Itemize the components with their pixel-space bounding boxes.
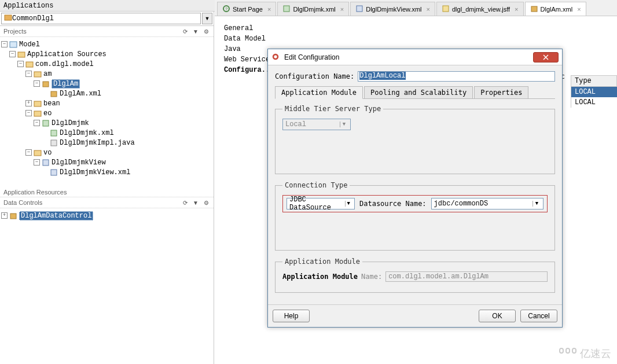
close-icon[interactable]: × <box>577 6 581 13</box>
svg-rect-13 <box>43 160 49 166</box>
help-button[interactable]: Help <box>273 310 310 322</box>
am-label: Application Module <box>282 273 358 281</box>
dialog-close-button[interactable] <box>533 52 559 62</box>
tree-node-model[interactable]: −Model <box>1 39 212 49</box>
tree-node-dlglam-xml[interactable]: DlglAm.xml <box>1 89 212 98</box>
types-row[interactable]: LOCAL <box>571 87 617 97</box>
gear-icon[interactable]: ⚙ <box>202 198 210 207</box>
chevron-down-icon[interactable]: ▼ <box>345 201 352 207</box>
filter-icon[interactable]: ▼ <box>192 198 200 207</box>
data-controls-tree: +DlglAmDataControl <box>0 208 214 223</box>
types-panel: Type LOCAL LOCAL <box>571 75 617 108</box>
am-icon <box>530 5 538 14</box>
filter-icon[interactable]: ▼ <box>192 27 200 35</box>
svg-point-23 <box>274 55 277 58</box>
gear-icon[interactable]: ⚙ <box>202 27 210 35</box>
tree-node-dlgldmjmkview-xml[interactable]: DlglDmjmkView.xml <box>1 167 212 177</box>
svg-rect-3 <box>26 62 33 67</box>
close-icon[interactable]: × <box>427 6 430 13</box>
tree-node-bean[interactable]: +bean <box>1 98 212 108</box>
middle-tier-fieldset: Middle Tier Server Type Local ▼ <box>275 105 555 174</box>
tab-dlgldmjmk-xml[interactable]: DlglDmjmk.xml × <box>277 2 349 16</box>
tree-node-vo[interactable]: −vo <box>1 148 212 157</box>
tab-properties[interactable]: Properties <box>474 86 528 98</box>
start-icon: ? <box>222 5 230 14</box>
project-tree: −Model −Application Sources −com.dlgl.mo… <box>0 37 214 187</box>
types-header[interactable]: Type <box>571 75 617 87</box>
datasource-name-combo[interactable]: jdbc/commonDS ▼ <box>431 198 543 209</box>
dialog-icon <box>271 53 281 62</box>
svg-rect-11 <box>51 140 57 146</box>
app-resources-header[interactable]: Application Resources <box>0 187 214 197</box>
watermark: 亿速云 <box>559 347 611 361</box>
dialog-titlebar[interactable]: Edit Configuration <box>268 49 562 65</box>
svg-text:?: ? <box>225 6 228 12</box>
connection-legend: Connection Type <box>282 181 350 189</box>
svg-rect-12 <box>34 150 41 156</box>
tab-label: DlglAm.xml <box>541 6 573 13</box>
close-icon[interactable]: × <box>515 6 518 13</box>
tab-label: Start Page <box>233 6 263 13</box>
tree-node-dlgldmjmk-impl[interactable]: DlglDmjmkImpl.java <box>1 138 212 148</box>
xml-icon <box>282 5 291 14</box>
refresh-icon[interactable]: ⟳ <box>181 198 189 207</box>
project-dropdown-button[interactable]: ▼ <box>202 13 212 24</box>
tab-pooling[interactable]: Pooling and Scalability <box>364 86 473 98</box>
tree-node-eo[interactable]: −eo <box>1 108 212 118</box>
connection-type-fieldset: Connection Type JDBC DataSource ▼ Dataso… <box>275 181 555 251</box>
conf-name-input[interactable]: DlglAmLocal <box>358 71 555 82</box>
svg-rect-6 <box>51 91 57 97</box>
tree-node-dlgldmjmkview[interactable]: −DlglDmjmkView <box>1 157 212 167</box>
tab-dlglam-xml[interactable]: DlglAm.xml × <box>525 2 586 16</box>
tab-label: DlglDmjmk.xml <box>293 6 335 13</box>
cancel-button[interactable]: Cancel <box>520 310 557 322</box>
am-legend: Application Module <box>282 258 362 266</box>
dialog-buttons: Help OK Cancel <box>268 304 562 327</box>
middle-tier-value: Local <box>285 120 306 128</box>
svg-rect-19 <box>357 6 362 12</box>
tab-label: dlgl_dmjmk_view.jsff <box>452 6 510 13</box>
tree-node-am[interactable]: −am <box>1 69 212 79</box>
svg-rect-15 <box>10 214 16 219</box>
close-icon[interactable]: × <box>267 6 271 13</box>
tree-node-pkg[interactable]: −com.dlgl.model <box>1 59 212 69</box>
ok-button[interactable]: OK <box>479 310 516 322</box>
chevron-down-icon[interactable]: ▼ <box>532 201 541 207</box>
watermark-icon <box>559 348 576 359</box>
nav-general[interactable]: General <box>222 23 285 34</box>
svg-rect-5 <box>43 82 49 87</box>
refresh-icon[interactable]: ⟳ <box>181 27 189 35</box>
datasource-row: JDBC DataSource ▼ Datasource Name: jdbc/… <box>282 195 548 212</box>
project-icon <box>4 13 12 24</box>
edit-configuration-dialog: Edit Configuration Configuration Name: D… <box>267 49 563 328</box>
am-name-input <box>385 271 548 282</box>
tab-start-page[interactable]: ? Start Page × <box>217 2 276 16</box>
types-row[interactable]: LOCAL <box>571 97 617 108</box>
project-selector-row: CommonDlgl ▼ <box>0 12 214 26</box>
nav-data-model[interactable]: Data Model <box>222 34 285 44</box>
tab-label: DlglDmjmkView.xml <box>366 6 421 13</box>
svg-rect-1 <box>10 42 17 47</box>
projects-label: Projects <box>3 28 181 35</box>
editor-area: General Data Model Java Web Service Conf… <box>215 16 617 30</box>
connection-type-select[interactable]: JDBC DataSource ▼ <box>287 198 355 209</box>
tree-node-dlglam[interactable]: −DlglAm <box>1 79 212 89</box>
tree-node-dlgldmjmk-xml[interactable]: DlglDmjmk.xml <box>1 128 212 138</box>
data-controls-label: Data Controls <box>3 199 181 206</box>
watermark-text: 亿速云 <box>580 347 611 361</box>
tree-node-app-sources[interactable]: −Application Sources <box>1 49 212 59</box>
middle-tier-select: Local ▼ <box>282 119 351 130</box>
tree-node-dlgldmjmk[interactable]: −DlglDmjmk <box>1 118 212 128</box>
xml-icon <box>355 5 363 14</box>
data-control-item[interactable]: +DlglAmDataControl <box>1 211 212 220</box>
close-icon[interactable]: × <box>340 6 344 13</box>
application-module-fieldset: Application Module Application Module Na… <box>275 258 555 293</box>
tab-dlgldmjmkview-xml[interactable]: DlglDmjmkView.xml × <box>350 2 435 16</box>
am-name-label: Name: <box>361 273 382 281</box>
datasource-name-value: jdbc/commonDS <box>434 200 489 208</box>
tab-jsff[interactable]: dlgl_dmjmk_view.jsff × <box>436 2 524 16</box>
tab-application-module[interactable]: Application Module <box>275 86 363 99</box>
project-selector[interactable]: CommonDlgl <box>1 13 201 24</box>
editor-tabs: ? Start Page × DlglDmjmk.xml × DlglDmjmk… <box>215 0 617 16</box>
svg-rect-14 <box>51 170 57 175</box>
